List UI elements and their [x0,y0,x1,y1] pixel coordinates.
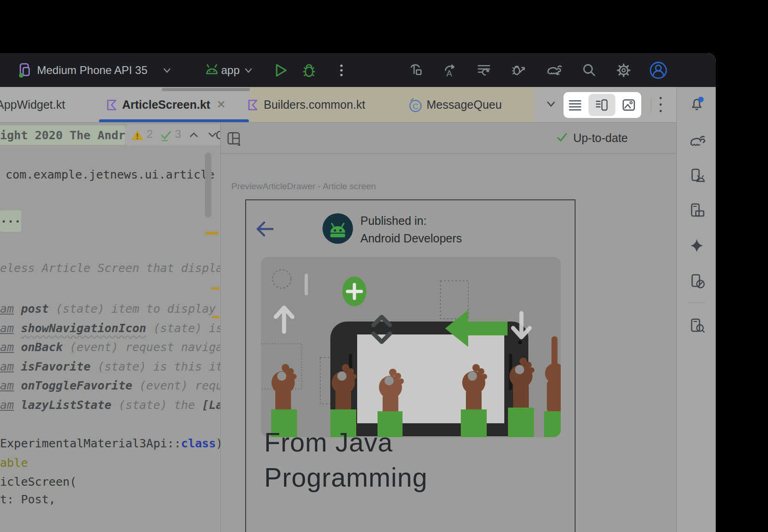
published-in-label: Published in: [360,214,427,228]
code-editor[interactable]: 2 3 C ight 2020 The Andrcom.example.jetn… [0,123,220,532]
more-actions-kebab-icon[interactable] [332,61,351,80]
code-line[interactable]: am onToggleFavorite (event) requ [0,377,220,395]
gradle-elephant-icon[interactable] [687,131,706,150]
user-avatar[interactable] [649,61,668,80]
hidden-tabs-chevron-icon[interactable] [544,97,558,111]
settings-gear-icon[interactable] [614,61,633,80]
inspection-partial-glyph: C [216,128,220,142]
apply-code-changes-icon[interactable]: A [440,61,458,80]
notifications-bell-icon[interactable] [687,94,706,113]
gemini-sparkle-icon[interactable] [687,237,706,255]
run-configuration[interactable]: app [221,53,240,87]
code-line[interactable]: com.example.jetnews.ui.article [6,166,215,184]
debug-button[interactable] [300,61,318,80]
android-studio-screenshot: Medium Phone API 35 app [0,0,768,532]
toolbar-divider [651,98,651,111]
device-manager-icon[interactable] [687,167,706,185]
code-line[interactable]: am lazyListState (state) the [La [0,396,220,414]
article-title-line1: From Java [264,427,393,458]
publication-avatar [322,213,353,244]
device-icon [16,61,34,80]
code-line[interactable]: ight 2020 The Andr [0,126,125,145]
android-logo-icon [322,213,353,244]
inspection-widget: 2 3 [125,124,220,146]
hands-phone-illustration [261,257,561,437]
sidebar-divider [688,303,705,303]
chevron-down-icon[interactable] [242,64,254,76]
preview-label[interactable]: PreviewArticleDrawer - Article screen [231,181,376,192]
gradle-sync-icon[interactable] [545,61,563,80]
view-mode-switcher [564,92,641,118]
tab-appwidget[interactable]: AppWidget.kt [0,98,65,111]
java-class-icon: C [407,97,423,113]
split-view-icon[interactable] [595,98,609,112]
editor-tab-bar: AppWidget.kt ArticleScreen.kt ✕ Builders… [0,87,716,123]
preview-status: Up-to-date [556,131,628,145]
kotlin-file-icon [247,99,260,111]
search-icon[interactable] [580,61,598,80]
attach-debugger-icon[interactable] [510,61,528,80]
ide-window: Medium Phone API 35 app [0,53,716,532]
code-line[interactable]: icleScreen( [0,473,77,491]
svg-text:C: C [413,102,418,111]
preview-layout-options-icon[interactable] [226,131,242,148]
editor-options-kebab-icon[interactable] [656,94,665,115]
code-line[interactable]: able [0,454,28,472]
svg-text:A: A [446,69,452,78]
code-line[interactable]: t: Post, [0,490,56,509]
code-view-icon[interactable] [568,98,582,112]
publication-name: Android Developers [360,232,462,245]
code-line[interactable]: eless Article Screen that displa [0,259,220,278]
right-tool-window-bar [676,87,716,532]
folded-imports-chip[interactable]: ... [0,210,21,232]
code-line[interactable]: am showNavigationIcon (state) is [0,319,220,338]
build-hammer-icon[interactable] [407,61,425,80]
back-arrow-icon[interactable] [255,220,275,238]
preview-toolbar-divider [221,153,676,154]
running-devices-icon[interactable] [687,202,706,220]
warning-icon[interactable] [130,128,144,142]
tab-articlescreen[interactable]: ArticleScreen.kt [122,98,210,111]
android-head-icon [203,61,221,80]
warning-stripe-mark[interactable] [212,316,219,318]
design-view-icon[interactable] [622,98,636,112]
apply-changes-restart-icon[interactable] [475,61,493,80]
device-selector[interactable]: Medium Phone API 35 [37,53,148,87]
code-line[interactable]: am isFavorite (state) is this it [0,358,220,376]
main-toolbar: Medium Phone API 35 app [0,53,716,87]
warning-stripe-mark[interactable] [205,232,218,235]
chevron-down-icon[interactable] [161,64,173,76]
code-line[interactable]: am onBack (event) request naviga [0,338,220,357]
article-preview-card[interactable]: Published in: Android Developers [245,199,576,532]
tab-builders-common[interactable]: Builders.common.kt [264,98,365,111]
article-hero-image [261,257,561,437]
device-mirroring-icon[interactable] [687,272,706,291]
run-button[interactable] [271,61,290,80]
warning-count[interactable]: 2 [147,128,153,141]
compose-preview-pane: Up-to-date PreviewArticleDrawer - Articl… [221,123,676,532]
code-line[interactable]: am post (state) item to display [0,300,216,318]
ok-count[interactable]: 3 [175,128,181,141]
code-line[interactable]: ExperimentalMaterial3Api::class) [0,434,220,453]
ok-check-icon[interactable] [158,128,173,143]
warning-stripe-mark[interactable] [211,287,219,290]
article-title-line2: Programming [264,462,427,493]
close-tab-icon[interactable]: ✕ [217,98,226,111]
kotlin-file-icon [105,99,118,111]
tab-messagequeue[interactable]: MessageQueu [427,98,502,111]
check-icon [556,131,569,144]
prev-issue-chevron-icon[interactable] [188,129,200,141]
preview-status-text: Up-to-date [573,131,628,144]
editor-vertical-scrollbar[interactable] [205,153,211,217]
app-inspection-icon[interactable] [687,316,706,335]
